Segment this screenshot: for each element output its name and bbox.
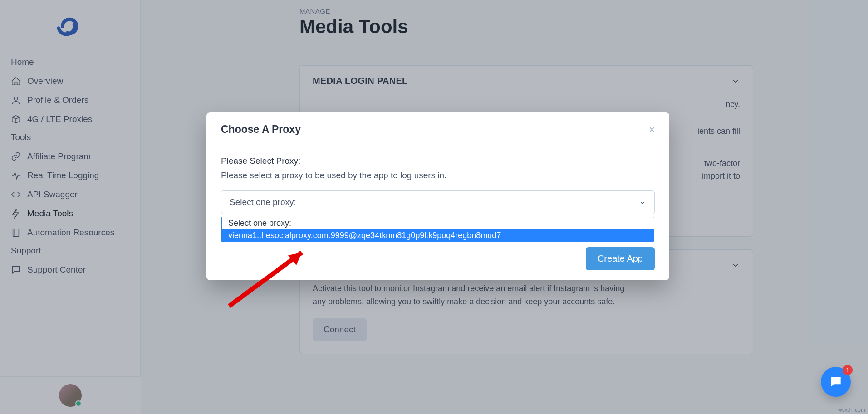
modal-title: Choose A Proxy — [221, 123, 301, 136]
proxy-select-desc: Please select a proxy to be used by the … — [221, 170, 655, 180]
proxy-option-1[interactable]: vienna1.thesocialproxy.com:9999@zqe34tkn… — [222, 229, 654, 242]
create-app-button[interactable]: Create App — [586, 247, 655, 270]
modal-header: Choose A Proxy × — [206, 112, 669, 144]
close-icon[interactable]: × — [649, 125, 655, 135]
proxy-option-placeholder[interactable]: Select one proxy: — [222, 217, 654, 229]
chat-badge: 1 — [843, 365, 853, 375]
proxy-dropdown: Select one proxy: vienna1.thesocialproxy… — [221, 217, 654, 242]
chevron-down-icon — [639, 199, 646, 206]
watermark: wsxdn.com — [838, 407, 865, 413]
proxy-select[interactable]: Select one proxy: — [221, 190, 655, 214]
chat-fab[interactable]: 1 — [821, 367, 851, 397]
modal-footer: Create App — [206, 237, 669, 280]
modal-body: Please Select Proxy: Please select a pro… — [206, 144, 669, 219]
proxy-select-value: Select one proxy: — [230, 197, 296, 207]
choose-proxy-modal: Choose A Proxy × Please Select Proxy: Pl… — [206, 112, 669, 280]
chat-bubble-icon — [829, 375, 843, 389]
proxy-select-label: Please Select Proxy: — [221, 156, 655, 166]
